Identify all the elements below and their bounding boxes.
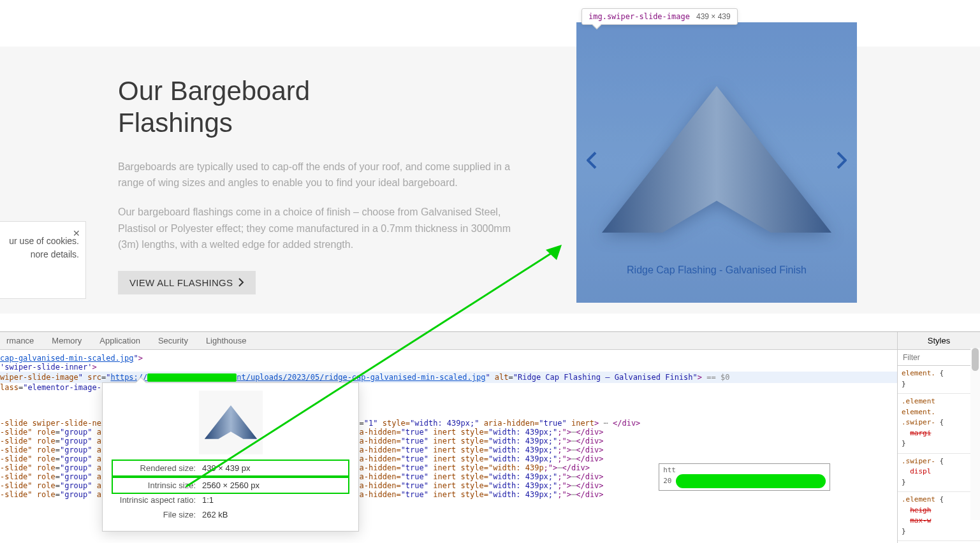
view-all-flashings-button[interactable]: VIEW ALL FLASHINGS <box>118 271 256 294</box>
hero-p2: Our bargeboard flashings come in a choic… <box>118 204 529 253</box>
dom-src[interactable]: nt/uploads/2023/05/ridge-cap-galvanised-… <box>237 373 485 382</box>
chevron-right-icon <box>837 152 847 170</box>
carousel-wrap: img.swiper-slide-image 439 × 439 <box>576 22 857 303</box>
styles-tab[interactable]: Styles <box>898 332 980 350</box>
cookie-text-2: nore details. <box>0 248 79 261</box>
dom-eq: == $0 <box>706 373 729 382</box>
rendered-size-highlight: Rendered size:439 × 439 px <box>112 460 349 477</box>
styles-rules[interactable]: element. {}.elementelement..swiper- { ma… <box>898 366 980 543</box>
carousel-next-button[interactable] <box>831 147 852 179</box>
redacted-url <box>147 373 237 382</box>
cookie-text-1: ur use of cookies. <box>0 235 79 248</box>
popover-value: 262 kB <box>202 510 228 519</box>
popover-value: 2560 × 2560 px <box>202 481 260 490</box>
dom-alt: Ridge Cap Flashing – Galvanised Finish <box>518 373 693 382</box>
cookie-notice: ✕ ur use of cookies. nore details. <box>0 221 86 299</box>
inspect-selector: img.swiper-slide-image <box>589 12 690 21</box>
carousel-caption[interactable]: Ridge Cap Flashing - Galvanised Finish <box>576 264 857 276</box>
ridge-cap-image <box>599 86 835 239</box>
hero-description: Bargeboards are typically used to cap-of… <box>118 159 529 253</box>
hero-title: Our Bargeboard Flashings <box>118 75 529 140</box>
devtools-tab[interactable]: Security <box>158 336 188 345</box>
popover-label: Intrinsic size: <box>114 481 196 490</box>
devtools-tab[interactable]: rmance <box>6 336 34 345</box>
dom-class: swiper-slide-inner <box>4 363 87 372</box>
intrinsic-size-highlight: Intrinsic size:2560 × 2560 px <box>112 477 349 494</box>
popover-label: File size: <box>114 510 196 519</box>
dom-scrollbar[interactable] <box>970 348 980 520</box>
hero-p1: Bargeboards are typically used to cap-of… <box>118 159 529 191</box>
devtools-tab[interactable]: Lighthouse <box>206 336 247 345</box>
devtools-tab[interactable]: Memory <box>52 336 82 345</box>
devtools-tabs: rmance Memory Application Security Light… <box>0 332 897 350</box>
hero-button-label: VIEW ALL FLASHINGS <box>129 277 233 288</box>
hero-title-line1: Our Bargeboard <box>118 76 310 106</box>
dom-figclass: elementor-image-ca <box>27 383 110 392</box>
inspect-dimensions: 439 × 439 <box>696 12 731 21</box>
url-tip-l1: htt <box>663 466 676 474</box>
element-inspect-badge: img.swiper-slide-image 439 × 439 <box>581 8 738 25</box>
image-carousel: Ridge Cap Flashing - Galvanised Finish <box>576 22 857 303</box>
styles-sidebar: Styles element. {}.elementelement..swipe… <box>897 332 980 543</box>
devtools-tab[interactable]: Application <box>99 336 140 345</box>
popover-value: 439 × 439 px <box>202 463 251 473</box>
url-tip-l2: 20 <box>663 477 671 485</box>
popover-label: Intrinsic aspect ratio: <box>114 495 196 505</box>
styles-filter-input[interactable] <box>898 350 980 366</box>
redacted-url <box>676 474 826 488</box>
url-tooltip: htt 20 <box>659 463 830 491</box>
hero-section: Our Bargeboard Flashings Bargeboards are… <box>0 47 980 314</box>
close-icon[interactable]: ✕ <box>73 227 80 240</box>
chevron-left-icon <box>587 152 597 170</box>
chevron-right-icon <box>238 278 244 287</box>
popover-label: Rendered size: <box>114 463 196 473</box>
popover-value: 1:1 <box>202 495 214 505</box>
image-info-popover: Rendered size:439 × 439 px Intrinsic siz… <box>102 382 359 532</box>
dom-link[interactable]: cap-galvanised-min-scaled.jpg <box>0 354 134 363</box>
popover-thumbnail <box>199 391 263 454</box>
hero-title-line2: Flashings <box>118 108 233 138</box>
carousel-prev-button[interactable] <box>581 147 602 179</box>
